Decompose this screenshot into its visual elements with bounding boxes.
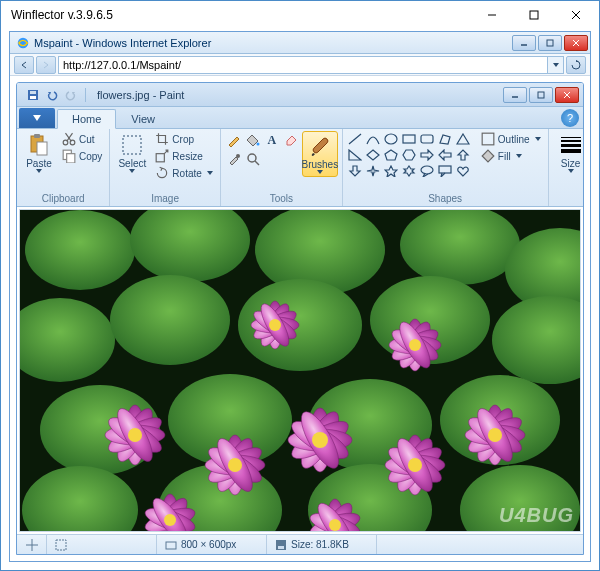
svg-rect-18 <box>37 142 47 155</box>
status-dimensions: 800 × 600px <box>157 535 267 554</box>
save-icon[interactable] <box>25 87 41 103</box>
shape-curve[interactable] <box>365 131 382 146</box>
forward-button[interactable] <box>36 56 56 74</box>
svg-rect-33 <box>403 135 415 143</box>
group-shapes: Outline Fill Shapes <box>343 129 549 206</box>
svg-point-32 <box>385 134 397 144</box>
shape-callout-rect[interactable] <box>437 163 454 178</box>
shape-callout-round[interactable] <box>419 163 436 178</box>
back-button[interactable] <box>14 56 34 74</box>
address-dropdown[interactable] <box>548 56 564 74</box>
shapes-gallery[interactable] <box>347 131 472 178</box>
shape-diamond[interactable] <box>365 147 382 162</box>
refresh-button[interactable] <box>566 56 586 74</box>
shape-right-triangle[interactable] <box>347 147 364 162</box>
shape-oval[interactable] <box>383 131 400 146</box>
svg-point-28 <box>236 154 240 158</box>
copy-button[interactable]: Copy <box>59 148 105 164</box>
crop-icon <box>155 132 169 146</box>
shape-roundrect[interactable] <box>419 131 436 146</box>
text-tool[interactable]: A <box>263 131 281 149</box>
shape-arrow-left[interactable] <box>437 147 454 162</box>
shape-line[interactable] <box>347 131 364 146</box>
redo-icon[interactable] <box>63 87 79 103</box>
magnifier-tool[interactable] <box>244 150 262 168</box>
fill-tool[interactable] <box>244 131 262 149</box>
svg-point-105 <box>488 428 502 442</box>
ie-window: Mspaint - Windows Internet Explorer http… <box>9 31 591 562</box>
minimize-button[interactable] <box>471 1 513 29</box>
file-menu-button[interactable] <box>19 108 55 128</box>
svg-rect-123 <box>278 546 284 549</box>
shape-polygon[interactable] <box>437 131 454 146</box>
size-button[interactable]: Size <box>553 131 584 175</box>
svg-point-77 <box>128 428 142 442</box>
paint-canvas[interactable]: U4BUG <box>19 209 581 532</box>
outline-button[interactable]: Outline <box>478 131 544 147</box>
svg-rect-120 <box>56 540 66 550</box>
winflector-title: Winflector v.3.9.6.5 <box>11 8 471 22</box>
svg-rect-1 <box>530 11 538 19</box>
tab-view[interactable]: View <box>116 109 170 128</box>
status-selection <box>47 535 157 554</box>
svg-line-31 <box>349 134 361 144</box>
ribbon-tabs: Home View ? <box>17 107 583 129</box>
svg-rect-10 <box>30 96 36 99</box>
undo-icon[interactable] <box>44 87 60 103</box>
svg-point-91 <box>312 432 328 448</box>
group-tools: A Brushes Tools <box>221 129 343 206</box>
maximize-button[interactable] <box>513 1 555 29</box>
shape-hexagon[interactable] <box>401 147 418 162</box>
brush-icon <box>308 134 332 158</box>
shape-triangle[interactable] <box>455 131 472 146</box>
outline-icon <box>481 132 495 146</box>
paint-titlebar[interactable]: flowers.jpg - Paint <box>17 83 583 107</box>
address-input[interactable]: http://127.0.0.1/Mspaint/ <box>58 56 548 74</box>
paint-maximize-button[interactable] <box>529 87 553 103</box>
group-label: Tools <box>225 193 338 206</box>
shape-arrow-up[interactable] <box>455 147 472 162</box>
cut-button[interactable]: Cut <box>59 131 105 147</box>
ie-close-button[interactable] <box>564 35 588 51</box>
svg-line-30 <box>255 161 259 165</box>
select-button[interactable]: Select <box>114 131 150 175</box>
svg-rect-6 <box>547 40 553 46</box>
shape-6star[interactable] <box>401 163 418 178</box>
select-icon <box>120 133 144 157</box>
shape-5star[interactable] <box>383 163 400 178</box>
ie-icon <box>16 36 30 50</box>
svg-point-117 <box>329 519 341 531</box>
resize-button[interactable]: Resize <box>152 148 215 164</box>
ie-minimize-button[interactable] <box>512 35 536 51</box>
help-button[interactable]: ? <box>561 109 579 127</box>
paste-button[interactable]: Paste <box>21 131 57 175</box>
close-button[interactable] <box>555 1 597 29</box>
pencil-tool[interactable] <box>225 131 243 149</box>
paint-minimize-button[interactable] <box>503 87 527 103</box>
color-picker-tool[interactable] <box>225 150 243 168</box>
paint-close-button[interactable] <box>555 87 579 103</box>
tab-home[interactable]: Home <box>57 109 116 129</box>
brushes-button[interactable]: Brushes <box>302 131 338 177</box>
winflector-titlebar[interactable]: Winflector v.3.9.6.5 <box>1 1 599 29</box>
shape-pentagon[interactable] <box>383 147 400 162</box>
crop-button[interactable]: Crop <box>152 131 215 147</box>
ie-maximize-button[interactable] <box>538 35 562 51</box>
svg-rect-25 <box>123 136 141 154</box>
group-image: Select Crop Resize Rotate Image <box>110 129 220 206</box>
disk-icon <box>275 539 287 551</box>
ie-titlebar[interactable]: Mspaint - Windows Internet Explorer <box>10 32 590 54</box>
svg-rect-37 <box>482 133 494 145</box>
svg-rect-24 <box>67 154 75 163</box>
eraser-tool[interactable] <box>282 131 300 149</box>
shape-4star[interactable] <box>365 163 382 178</box>
group-size: Size <box>549 129 584 206</box>
shape-arrow-right[interactable] <box>419 147 436 162</box>
svg-point-27 <box>256 143 259 146</box>
rotate-button[interactable]: Rotate <box>152 165 215 181</box>
shape-rect[interactable] <box>401 131 418 146</box>
svg-rect-13 <box>538 92 544 98</box>
shape-heart[interactable] <box>455 163 472 178</box>
fill-button[interactable]: Fill <box>478 148 544 164</box>
shape-arrow-down[interactable] <box>347 163 364 178</box>
